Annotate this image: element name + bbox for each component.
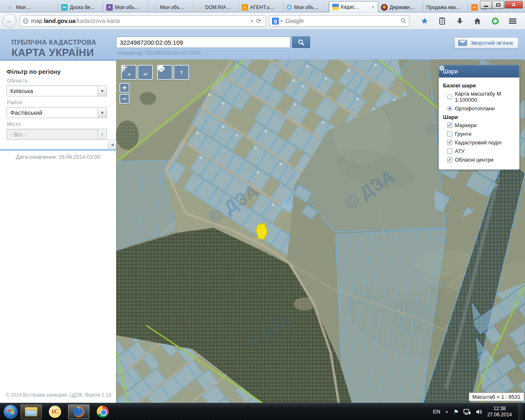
base-layer-option-1[interactable]: Ортофотоплани bbox=[447, 105, 515, 112]
tray-expand-icon[interactable]: ▲ bbox=[445, 410, 448, 413]
base-layer-label: Карта масштабу М 1:100000 bbox=[455, 91, 515, 103]
taskbar-explorer-button[interactable] bbox=[21, 404, 42, 419]
search-bar[interactable]: g ▾ bbox=[269, 15, 409, 27]
identify-button[interactable]: ? bbox=[173, 65, 189, 80]
minimize-icon bbox=[484, 6, 488, 7]
base-layer-option-0[interactable]: Карта масштабу М 1:100000 bbox=[447, 91, 515, 103]
tab-strip: ‹ Мои…ildДоска бе…RМои объ…⌂Мои объ…⌂DOM… bbox=[7, 1, 525, 12]
layer-option-2[interactable]: ✓Кадастровий поділ bbox=[447, 139, 515, 146]
search-hint: Наприклад: 3221655100:01:047:0052 bbox=[117, 50, 201, 56]
tab-3[interactable]: ⌂Мои объ… bbox=[148, 2, 194, 12]
taskbar-1c-button[interactable]: 1С bbox=[44, 404, 66, 419]
ok-favicon: ок bbox=[471, 4, 478, 11]
reload-icon[interactable]: ⟳ bbox=[256, 17, 261, 25]
close-button[interactable]: ✕ bbox=[504, 1, 523, 9]
zoom-controls: + − bbox=[119, 83, 130, 104]
filter-title: Фільтр по регіону bbox=[7, 68, 116, 75]
tab-4[interactable]: ⌂DOM.RIA… bbox=[194, 2, 239, 12]
home-icon[interactable] bbox=[473, 16, 482, 25]
new-tab-button[interactable]: + bbox=[523, 4, 525, 11]
tab-0[interactable]: Мои… bbox=[13, 2, 58, 12]
browser-navbar: ← map.land.gov.ua/kadastrova-karta ▾ ⟳ g… bbox=[0, 13, 525, 30]
checkbox-checked-icon[interactable]: ✓ bbox=[447, 140, 452, 145]
tab-1[interactable]: ildДоска бе… bbox=[58, 2, 103, 12]
tab-scroll-left-icon[interactable]: ‹ bbox=[7, 2, 13, 12]
bookmarks-menu-icon[interactable] bbox=[438, 16, 447, 25]
tab-active-kadastrova[interactable]: Кадас…✕ bbox=[329, 1, 378, 12]
select-value: - Всі - bbox=[7, 131, 98, 138]
taskbar-chrome-button[interactable] bbox=[92, 404, 113, 419]
layer-option-3[interactable]: АТУ bbox=[447, 148, 515, 154]
field-label: Район bbox=[7, 99, 116, 105]
url-bar[interactable]: map.land.gov.ua/kadastrova-karta ▾ ⟳ bbox=[20, 15, 266, 27]
tab-6[interactable]: Мои объ… bbox=[284, 2, 329, 12]
base-layers-heading: Базові шари bbox=[443, 82, 515, 89]
tab-8[interactable]: Державн… bbox=[378, 2, 423, 12]
layer-option-4[interactable]: ✓Обласні центри bbox=[447, 157, 515, 163]
tab-label: DOM.RIA… bbox=[205, 5, 235, 10]
layer-option-0[interactable]: ✓Маркери bbox=[447, 122, 515, 128]
tab-2[interactable]: RМои объ… bbox=[103, 2, 148, 12]
action-center-flag-icon[interactable]: ⚑ bbox=[453, 409, 459, 415]
search-engine-dropdown-icon[interactable]: ▾ bbox=[281, 18, 283, 24]
tab-label: Мои… bbox=[16, 5, 55, 10]
map-canvas[interactable]: © ДЗА© ДЗА© ДЗА© ДЗА м м² ? + − Шари bbox=[116, 59, 525, 403]
taskbar-firefox-button[interactable] bbox=[68, 404, 89, 419]
action-toolbar: ? bbox=[157, 65, 189, 80]
tab-label: Кадас… bbox=[341, 4, 369, 10]
cadastral-number-input[interactable] bbox=[116, 37, 290, 48]
volume-icon[interactable] bbox=[476, 409, 482, 415]
web-search-input[interactable] bbox=[285, 17, 401, 25]
tab-close-icon[interactable]: ✕ bbox=[371, 5, 375, 9]
checkbox-checked-icon[interactable]: ✓ bbox=[447, 157, 452, 162]
layer-label: Грунти bbox=[455, 131, 471, 137]
explorer-icon bbox=[25, 407, 37, 416]
sidebar-collapse-button[interactable]: ◀ bbox=[108, 139, 116, 149]
show-desktop-button[interactable] bbox=[518, 403, 523, 420]
bookmark-star-icon[interactable]: ★ bbox=[420, 16, 429, 25]
select-value: Фастівський bbox=[7, 110, 98, 116]
search-icon[interactable] bbox=[401, 18, 406, 24]
checkbox-checked-icon[interactable]: ✓ bbox=[447, 123, 452, 128]
network-icon[interactable] bbox=[463, 409, 471, 415]
chevron-down-icon[interactable]: ▼ bbox=[98, 86, 107, 96]
screen: { "browser": { "tabs": [ {"label":"Мои…"… bbox=[0, 0, 525, 420]
radio-icon[interactable] bbox=[447, 94, 452, 100]
restore-button[interactable] bbox=[492, 1, 504, 9]
back-button[interactable]: ← bbox=[2, 14, 16, 28]
url-text: map.land.gov.ua/kadastrova-karta bbox=[31, 18, 249, 24]
download-icon[interactable] bbox=[455, 16, 464, 25]
zoom-out-button[interactable]: − bbox=[119, 94, 130, 104]
language-indicator[interactable]: EN bbox=[433, 409, 440, 415]
chevron-down-icon[interactable]: ▼ bbox=[98, 107, 107, 118]
select-район[interactable]: Фастівський▼ bbox=[7, 107, 107, 118]
clock[interactable]: 12:38 27.06.2014 bbox=[487, 406, 514, 418]
tab-label: АГЕНТ.u… bbox=[250, 5, 281, 10]
tab-5[interactable]: aАГЕНТ.u… bbox=[239, 2, 284, 12]
tab-9[interactable]: Продажа ква… bbox=[423, 2, 468, 12]
checkbox-icon[interactable] bbox=[447, 131, 452, 137]
gear-icon bbox=[439, 65, 445, 71]
layer-option-1[interactable]: Грунти bbox=[447, 131, 515, 137]
zoom-in-button[interactable]: + bbox=[119, 83, 130, 93]
site-logo[interactable]: ПУБЛІЧНА КАДАСТРОВА КАРТА УКРАЇНИ bbox=[11, 39, 96, 59]
feedback-label: Зворотній зв'язок bbox=[470, 40, 513, 46]
measure-area-button[interactable]: м² bbox=[137, 65, 153, 80]
minimize-button[interactable] bbox=[480, 1, 492, 9]
logo-line2: КАРТА УКРАЇНИ bbox=[11, 47, 96, 59]
start-button[interactable] bbox=[3, 404, 18, 419]
feedback-button[interactable]: Зворотній зв'язок bbox=[454, 37, 518, 48]
radio-selected-icon[interactable] bbox=[447, 106, 452, 111]
tab-label: Державн… bbox=[390, 5, 420, 10]
layers-panel: Шари Базові шари Карта масштабу М 1:1000… bbox=[438, 65, 520, 170]
cadastral-search-button[interactable] bbox=[292, 37, 310, 48]
select-область[interactable]: Київська▼ bbox=[7, 85, 107, 96]
url-dropdown-icon[interactable]: ▾ bbox=[251, 18, 253, 24]
ring-favicon bbox=[287, 5, 292, 10]
close-icon: ✕ bbox=[511, 2, 516, 8]
extension-ghostery-icon[interactable] bbox=[491, 16, 500, 25]
menu-hamburger-icon[interactable] bbox=[508, 16, 517, 25]
checkbox-icon[interactable] bbox=[447, 148, 452, 154]
layers-panel-header[interactable]: Шари bbox=[439, 65, 519, 78]
layers-panel-title: Шари bbox=[443, 68, 458, 75]
